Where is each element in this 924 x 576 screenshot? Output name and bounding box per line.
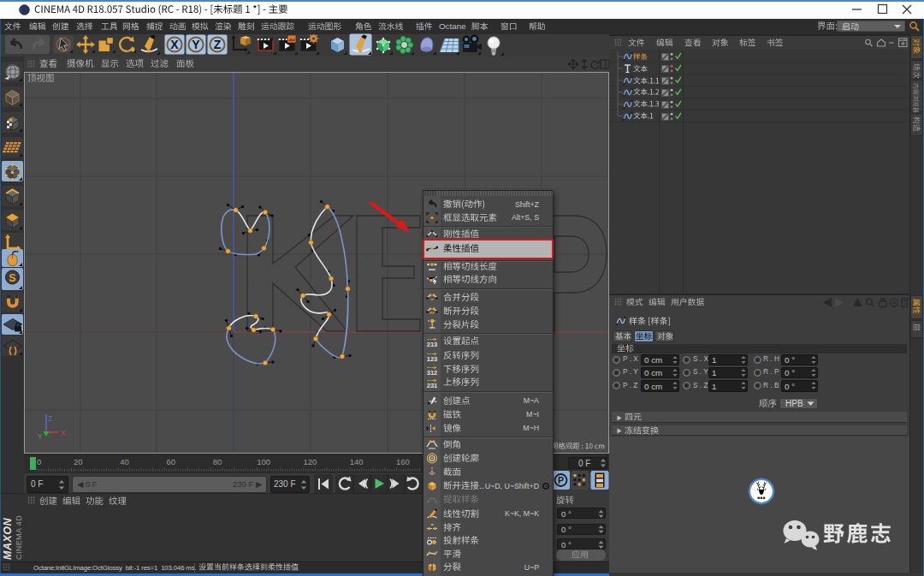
svg-text:Y: Y — [192, 38, 200, 51]
svg-text:S: S — [9, 272, 15, 284]
svg-text:Z: Z — [48, 414, 52, 423]
svg-text:CINEMA 4D: CINEMA 4D — [15, 515, 23, 560]
svg-text:213: 213 — [426, 341, 437, 347]
svg-text:Y: Y — [38, 432, 43, 441]
svg-text:X: X — [61, 429, 66, 437]
svg-text:123: 123 — [426, 354, 437, 361]
svg-text:312: 312 — [426, 368, 437, 375]
svg-text:Z: Z — [214, 38, 222, 51]
svg-text:MAXON: MAXON — [2, 518, 14, 561]
svg-text:X: X — [170, 38, 179, 51]
svg-text:231: 231 — [426, 382, 437, 389]
svg-text:( ): ( ) — [9, 346, 16, 355]
svg-text:P: P — [558, 475, 564, 485]
